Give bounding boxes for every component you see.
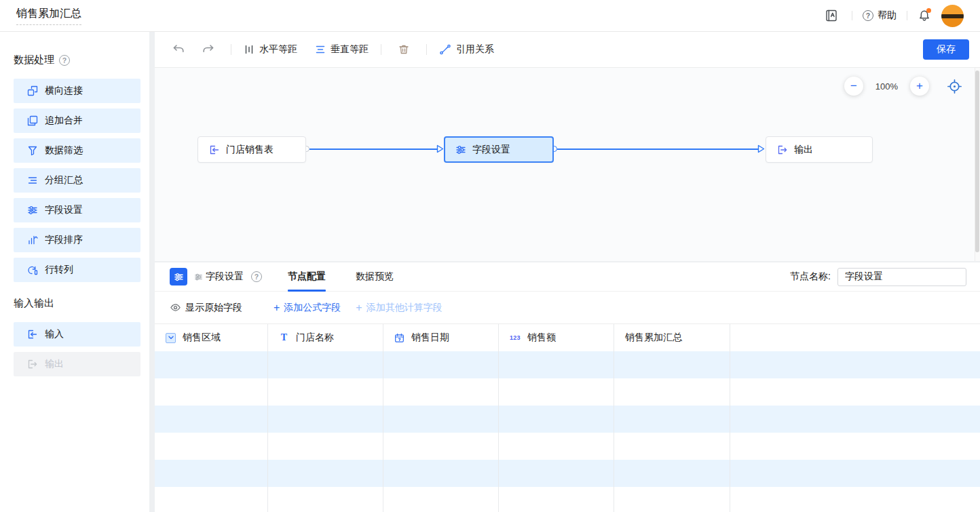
notification-bell-icon[interactable] [918, 9, 931, 22]
zoom-in-button[interactable]: + [910, 77, 929, 96]
field-settings-badge [170, 268, 187, 285]
divider [907, 11, 907, 20]
canvas-panel: 水平等距 垂直等距 [155, 32, 980, 261]
undo-button[interactable] [168, 39, 189, 60]
divider [426, 44, 427, 55]
union-icon [27, 115, 38, 126]
number-field-icon: 123 [510, 334, 521, 341]
vertical-spacing-button[interactable]: 垂直等距 [315, 43, 369, 56]
delete-button[interactable] [394, 39, 414, 60]
column-header-sales-cumulative[interactable]: 销售累加汇总 [614, 324, 730, 351]
save-button[interactable]: 保存 [923, 39, 969, 60]
divider [231, 44, 231, 55]
field-settings-icon [174, 272, 184, 282]
avatar[interactable] [941, 5, 964, 27]
add-other-calc-field-button[interactable]: + 添加其他计算字段 [356, 302, 442, 314]
scrollbar-thumb[interactable] [975, 71, 979, 252]
table-row[interactable] [155, 351, 980, 378]
table-body [155, 351, 980, 512]
sidebar-item-field-settings[interactable]: 字段设置 [14, 198, 140, 222]
add-formula-field-button[interactable]: + 添加公式字段 [274, 302, 341, 314]
docs-icon[interactable] [821, 5, 842, 26]
sidebar-item-output[interactable]: 输出 [14, 352, 140, 376]
output-node-icon [777, 144, 788, 155]
section-title-input-output: 输入输出 [14, 297, 140, 310]
panel-help-icon[interactable]: ? [251, 271, 262, 282]
section-title-data-processing: 数据处理 ? [14, 54, 140, 66]
plus-icon: + [356, 302, 362, 313]
vertical-spacing-icon [315, 44, 326, 55]
sidebar: 数据处理 ? 横向连接 追加合并 数据筛选 分组汇总 [0, 32, 149, 512]
sidebar-item-union[interactable]: 追加合并 [14, 109, 140, 133]
sidebar-item-filter[interactable]: 数据筛选 [14, 138, 140, 163]
zoom-controls: − 100% + [844, 77, 962, 96]
panel-title: 字段设置 ? [194, 271, 262, 283]
plus-icon: + [274, 302, 280, 313]
horizontal-spacing-button[interactable]: 水平等距 [244, 43, 297, 56]
field-sort-icon [27, 235, 38, 245]
flow-canvas[interactable]: 门店销售表 字段设置 输出 − [155, 68, 980, 261]
edge-input-to-fieldset [309, 149, 438, 150]
sidebar-item-row-to-column[interactable]: 行转列 [14, 258, 140, 282]
reference-relation-button[interactable]: 引用关系 [439, 43, 494, 56]
sidebar-item-group-summary[interactable]: 分组汇总 [14, 168, 140, 193]
locate-target-icon[interactable] [947, 79, 962, 94]
join-icon [27, 85, 38, 96]
arrowhead-icon [757, 144, 765, 153]
help-label: 帮助 [878, 9, 897, 22]
field-settings-icon [455, 144, 466, 155]
redo-button[interactable] [198, 39, 219, 60]
tab-data-preview[interactable]: 数据预览 [354, 262, 395, 292]
help-button[interactable]: ? 帮助 [863, 9, 897, 22]
filter-icon [27, 145, 38, 156]
fields-table: 销售区域 T 门店名称 销售日期 123 销售额 [155, 323, 980, 512]
node-config-panel: 字段设置 ? 节点配置 数据预览 节点名称: 显示原始字段 [155, 262, 980, 512]
divider [381, 44, 381, 55]
sidebar-item-input[interactable]: 输入 [14, 322, 140, 347]
reference-relation-icon [439, 43, 451, 56]
table-row[interactable] [155, 433, 980, 460]
sidebar-item-join[interactable]: 横向连接 [14, 79, 140, 103]
table-row[interactable] [155, 487, 980, 512]
row-to-column-icon [27, 264, 38, 275]
field-settings-icon [27, 205, 38, 216]
table-header-row: 销售区域 T 门店名称 销售日期 123 销售额 [155, 324, 980, 351]
node-name-input[interactable] [837, 268, 966, 286]
node-output[interactable]: 输出 [766, 136, 873, 163]
field-settings-icon-small [194, 273, 203, 281]
field-actions: 显示原始字段 + 添加公式字段 + 添加其他计算字段 [155, 292, 980, 323]
zoom-level: 100% [875, 81, 898, 92]
notification-dot [926, 8, 931, 13]
date-field-icon [394, 333, 404, 343]
output-icon [27, 359, 38, 370]
node-name-label: 节点名称: [790, 271, 831, 283]
sidebar-item-field-sort[interactable]: 字段排序 [14, 228, 140, 252]
edge-fieldset-to-output [557, 149, 759, 150]
zoom-out-button[interactable]: − [844, 77, 863, 96]
trash-icon [398, 43, 410, 56]
column-header-sales-date[interactable]: 销售日期 [383, 324, 499, 351]
node-store-sales-table[interactable]: 门店销售表 [197, 136, 306, 163]
horizontal-spacing-icon [244, 44, 255, 55]
table-row[interactable] [155, 406, 980, 433]
tab-node-config[interactable]: 节点配置 [286, 262, 327, 292]
arrowhead-icon [436, 144, 444, 153]
text-field-icon: T [279, 332, 289, 343]
column-header-sales-amount[interactable]: 123 销售额 [499, 324, 614, 351]
column-header-empty [730, 324, 980, 351]
canvas-scrollbar[interactable] [975, 68, 980, 261]
column-header-sales-region[interactable]: 销售区域 [155, 324, 268, 351]
page-title[interactable]: 销售累加汇总 [16, 7, 81, 25]
eye-icon [170, 302, 181, 313]
table-row[interactable] [155, 378, 980, 406]
node-field-settings[interactable]: 字段设置 [444, 136, 554, 163]
input-node-icon [209, 144, 220, 155]
group-summary-icon [27, 175, 38, 186]
table-row[interactable] [155, 460, 980, 487]
help-icon: ? [863, 10, 873, 21]
panel-tabs: 节点配置 数据预览 [286, 262, 422, 292]
show-original-fields-button[interactable]: 显示原始字段 [170, 302, 242, 314]
section-help-icon[interactable]: ? [59, 55, 70, 66]
select-field-icon [166, 333, 176, 343]
column-header-store-name[interactable]: T 门店名称 [268, 324, 383, 351]
